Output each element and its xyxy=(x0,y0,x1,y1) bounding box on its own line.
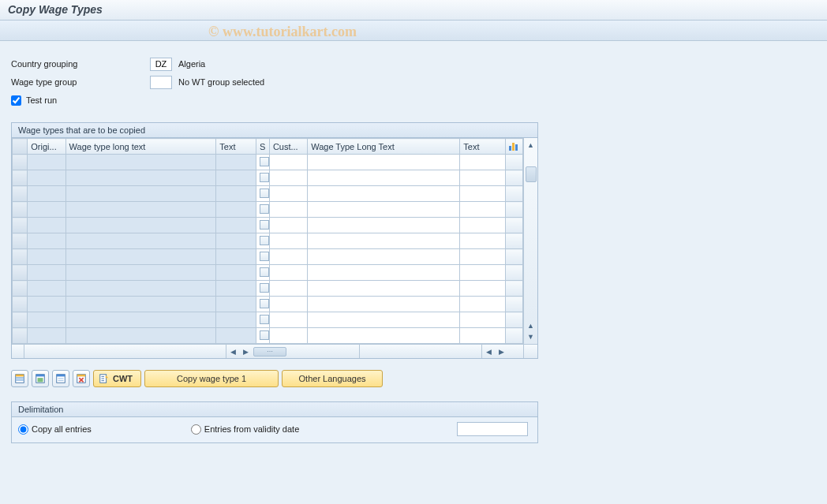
cell-origi[interactable] xyxy=(28,265,65,281)
cell-long1[interactable] xyxy=(65,233,216,249)
cell-long2[interactable] xyxy=(308,281,460,297)
cell-checkbox-icon[interactable] xyxy=(260,252,269,261)
cell-origi[interactable] xyxy=(28,328,65,344)
row-selector[interactable] xyxy=(13,249,28,265)
cell-text2[interactable] xyxy=(460,328,506,344)
cwt-button[interactable]: CWT xyxy=(93,370,141,387)
cell-long1[interactable] xyxy=(65,186,216,202)
cell-long1[interactable] xyxy=(65,328,216,344)
cell-long1[interactable] xyxy=(65,249,216,265)
cell-checkbox-icon[interactable] xyxy=(260,315,269,324)
table-row[interactable] xyxy=(13,249,523,265)
cell-cust[interactable] xyxy=(269,312,307,328)
cell-checkbox-icon[interactable] xyxy=(260,330,269,340)
col-header-config[interactable] xyxy=(506,139,523,155)
cell-cust[interactable] xyxy=(269,218,307,233)
vertical-scrollbar[interactable]: ▲ ▲ ▼ xyxy=(523,138,537,344)
select-block-button[interactable] xyxy=(32,370,49,387)
cell-text2[interactable] xyxy=(460,297,506,312)
row-selector[interactable] xyxy=(13,218,28,233)
cell-text1[interactable] xyxy=(216,186,256,202)
country-grouping-input[interactable] xyxy=(150,58,172,71)
delete-row-button[interactable] xyxy=(73,370,90,387)
cell-text2[interactable] xyxy=(460,233,506,249)
cell-checkbox-icon[interactable] xyxy=(260,173,269,182)
scroll-thumb-vertical[interactable] xyxy=(526,166,537,182)
row-selector[interactable] xyxy=(13,281,28,297)
select-all-button[interactable] xyxy=(11,370,28,387)
cell-origi[interactable] xyxy=(28,281,65,297)
cell-origi[interactable] xyxy=(28,186,65,202)
cell-long1[interactable] xyxy=(65,202,216,218)
row-selector[interactable] xyxy=(13,265,28,281)
cell-cust[interactable] xyxy=(269,328,307,344)
scroll-left-icon[interactable]: ◀ xyxy=(226,345,239,358)
cell-cust[interactable] xyxy=(269,155,307,170)
cell-checkbox-icon[interactable] xyxy=(260,189,269,198)
cell-cust[interactable] xyxy=(269,297,307,312)
row-selector[interactable] xyxy=(13,297,28,312)
cell-s[interactable] xyxy=(256,170,270,186)
cell-s[interactable] xyxy=(256,249,270,265)
cell-long2[interactable] xyxy=(308,233,460,249)
cell-long1[interactable] xyxy=(65,297,216,312)
cell-text1[interactable] xyxy=(216,249,256,265)
cell-long2[interactable] xyxy=(308,297,460,312)
copy-all-entries-radio-wrap[interactable]: Copy all entries xyxy=(18,424,92,435)
cell-long1[interactable] xyxy=(65,281,216,297)
entries-from-date-radio-wrap[interactable]: Entries from validity date xyxy=(191,424,299,435)
cell-cust[interactable] xyxy=(269,186,307,202)
col-header-long2[interactable]: Wage Type Long Text xyxy=(308,139,460,155)
cell-origi[interactable] xyxy=(28,233,65,249)
cell-long2[interactable] xyxy=(308,312,460,328)
cell-long2[interactable] xyxy=(308,186,460,202)
wage-type-group-input[interactable] xyxy=(150,76,172,89)
row-selector[interactable] xyxy=(13,328,28,344)
table-row[interactable] xyxy=(13,233,523,249)
cell-text1[interactable] xyxy=(216,170,256,186)
cell-checkbox-icon[interactable] xyxy=(260,157,269,166)
cell-long1[interactable] xyxy=(65,170,216,186)
cell-cust[interactable] xyxy=(269,249,307,265)
scroll-thumb-horizontal-left[interactable] xyxy=(253,347,286,357)
cell-text2[interactable] xyxy=(460,249,506,265)
cell-long1[interactable] xyxy=(65,218,216,233)
table-row[interactable] xyxy=(13,281,523,297)
cell-s[interactable] xyxy=(256,328,270,344)
cell-text1[interactable] xyxy=(216,281,256,297)
table-row[interactable] xyxy=(13,202,523,218)
col-header-s[interactable]: S xyxy=(256,139,270,155)
cell-s[interactable] xyxy=(256,218,270,233)
entries-from-date-radio[interactable] xyxy=(191,424,201,435)
cell-text1[interactable] xyxy=(216,328,256,344)
cell-text1[interactable] xyxy=(216,312,256,328)
cell-s[interactable] xyxy=(256,265,270,281)
cell-s[interactable] xyxy=(256,202,270,218)
cell-origi[interactable] xyxy=(28,218,65,233)
scroll-down-icon[interactable]: ▼ xyxy=(526,331,537,342)
row-selector[interactable] xyxy=(13,170,28,186)
cell-text2[interactable] xyxy=(460,155,506,170)
cell-origi[interactable] xyxy=(28,170,65,186)
table-row[interactable] xyxy=(13,328,523,344)
cell-long2[interactable] xyxy=(308,202,460,218)
cell-s[interactable] xyxy=(256,155,270,170)
cell-long1[interactable] xyxy=(65,155,216,170)
cell-text1[interactable] xyxy=(216,233,256,249)
table-settings-icon[interactable] xyxy=(509,141,518,151)
cell-origi[interactable] xyxy=(28,155,65,170)
cell-long1[interactable] xyxy=(65,312,216,328)
table-row[interactable] xyxy=(13,170,523,186)
row-selector[interactable] xyxy=(13,186,28,202)
cell-checkbox-icon[interactable] xyxy=(260,267,269,277)
table-row[interactable] xyxy=(13,312,523,328)
cell-text2[interactable] xyxy=(460,218,506,233)
cell-cust[interactable] xyxy=(269,233,307,249)
cell-s[interactable] xyxy=(256,281,270,297)
scroll-left2-icon[interactable]: ◀ xyxy=(482,345,495,358)
row-selector[interactable] xyxy=(13,233,28,249)
cell-checkbox-icon[interactable] xyxy=(260,299,269,308)
cell-text2[interactable] xyxy=(460,202,506,218)
row-selector-header[interactable] xyxy=(13,139,28,155)
cell-text1[interactable] xyxy=(216,218,256,233)
